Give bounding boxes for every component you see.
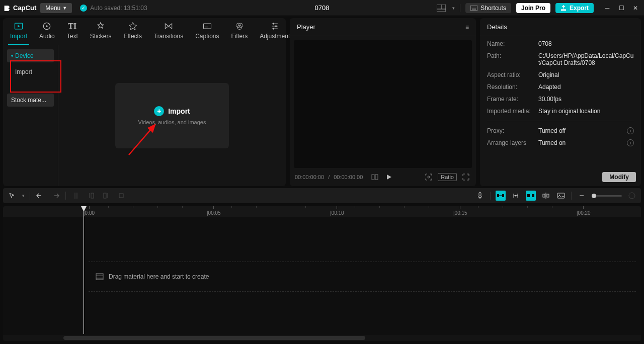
tab-text[interactable]: TI Text [65,21,80,45]
keyboard-icon [470,6,477,11]
info-icon[interactable]: i [627,127,634,134]
tab-effects[interactable]: Effects [121,21,143,45]
captions-icon [202,21,212,31]
player-duration: 00:00:00:00 [334,174,363,180]
check-icon: ✓ [80,5,87,12]
player-panel: Player ≡ 00:00:00:00 / 00:00:00:00 Ratio [290,18,476,186]
transitions-icon [164,21,174,31]
svg-rect-40 [557,193,565,198]
export-button[interactable]: Export [555,3,594,13]
detail-fps: 30.00fps [538,96,561,103]
zoom-slider[interactable] [592,195,622,197]
scrollbar-thumb[interactable] [63,336,365,340]
plus-icon: + [154,106,164,116]
layout-icon[interactable] [435,2,447,14]
player-viewport[interactable] [294,40,472,168]
detail-name: 0708 [538,40,552,47]
svg-rect-30 [479,192,481,196]
cursor-tool-icon[interactable] [7,191,17,201]
ratio-button[interactable]: Ratio [438,173,457,181]
auto-snap-icon[interactable] [511,191,521,201]
film-icon [96,273,104,280]
linkage-icon[interactable] [526,191,536,201]
tab-stickers[interactable]: Stickers [88,21,114,45]
tab-audio[interactable]: Audio [37,21,57,45]
svg-point-7 [46,25,48,27]
svg-rect-0 [437,5,446,12]
divider [460,4,460,12]
player-controls: 00:00:00:00 / 00:00:00:00 Ratio [290,170,476,186]
delete-right-icon[interactable] [101,191,111,201]
tab-captions[interactable]: Captions [193,21,221,45]
timeline[interactable]: |0:00|00:05|00:10|00:15|00:20 Drag mater… [3,206,641,341]
svg-rect-3 [470,6,477,11]
svg-rect-21 [375,175,378,180]
caret-down-icon: ▾ [11,54,13,58]
scan-icon[interactable] [424,172,434,182]
mic-icon[interactable] [475,191,485,201]
timeline-ruler[interactable]: |0:00|00:05|00:10|00:15|00:20 [3,206,641,217]
chevron-down-icon: ▼ [62,6,67,11]
split-icon[interactable] [71,191,81,201]
minimize-button[interactable]: ─ [602,3,613,14]
undo-icon[interactable] [35,191,45,201]
zoom-out-icon[interactable]: − [577,191,587,201]
redo-icon[interactable] [50,191,60,201]
fullscreen-icon[interactable] [461,172,471,182]
import-drop-zone[interactable]: + Import Videos, audios, and images [115,83,229,148]
svg-rect-39 [547,194,549,197]
chevron-down-icon[interactable]: ▾ [22,193,25,198]
delete-icon[interactable] [116,191,126,201]
modify-button[interactable]: Modify [602,172,636,182]
shortcuts-button[interactable]: Shortcuts [465,3,511,13]
svg-rect-31 [497,194,499,197]
media-panel: Import Audio TI Text Stickers Effects [3,18,286,186]
maximize-button[interactable]: ☐ [616,3,627,14]
app-logo: CapCut [3,4,36,12]
join-pro-button[interactable]: Join Pro [516,3,550,13]
effects-icon [128,21,138,31]
svg-rect-43 [96,274,103,280]
autosave-status: ✓ Auto saved: 13:51:03 [80,5,147,12]
player-current-time: 00:00:00:00 [295,174,324,180]
tab-transitions[interactable]: Transitions [152,21,185,45]
close-button[interactable]: ✕ [630,3,641,14]
timeline-tracks[interactable]: Drag material here and start to create [3,217,641,334]
audio-icon [42,21,52,31]
detail-path: C:/Users/HP/AppData/Local/CapCut/CapCut … [538,52,634,66]
tab-adjustment[interactable]: Adjustment [258,21,292,45]
compare-icon[interactable] [370,172,380,182]
tab-filters[interactable]: Filters [229,21,250,45]
chevron-down-icon[interactable]: ▾ [452,6,455,11]
delete-left-icon[interactable] [86,191,96,201]
player-title: Player [297,23,315,31]
title-bar: CapCut Menu ▼ ✓ Auto saved: 13:51:03 070… [0,0,644,16]
tab-import[interactable]: Import [8,21,29,45]
detail-aspect: Original [538,71,559,78]
export-icon [560,5,567,11]
svg-point-18 [273,28,274,29]
svg-point-34 [515,195,517,197]
app-name: CapCut [13,4,36,12]
timeline-scrollbar[interactable] [3,335,641,341]
info-icon[interactable]: i [627,139,634,146]
import-area: + Import Videos, audios, and images [58,45,286,186]
player-menu-icon[interactable]: ≡ [465,24,469,31]
zoom-in-icon[interactable] [627,191,637,201]
menu-button[interactable]: Menu ▼ [40,3,72,13]
text-icon: TI [67,21,77,31]
details-title: Details [480,18,641,36]
media-sidebar: ▾ Device Import Stock mate... [3,45,58,186]
sidebar-item-device[interactable]: ▾ Device [7,49,54,62]
sidebar-item-stock-material[interactable]: Stock mate... [7,94,54,107]
detail-arrange-layers: Turned on [538,139,566,146]
svg-rect-25 [91,193,94,198]
adjustment-icon [270,21,280,31]
svg-rect-8 [203,24,211,29]
play-button[interactable] [384,172,394,182]
cover-icon[interactable] [556,191,566,201]
svg-rect-27 [104,193,106,198]
preview-axis-icon[interactable] [541,191,551,201]
magnet-main-icon[interactable] [496,191,506,201]
sidebar-item-import[interactable]: Import [7,65,54,78]
